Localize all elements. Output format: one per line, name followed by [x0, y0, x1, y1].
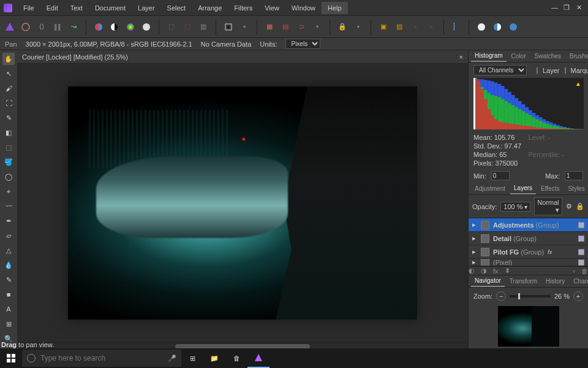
layer-row[interactable]: ▸Adjustments (Group) [469, 218, 588, 232]
hue-tool[interactable]: ◯ [2, 171, 15, 183]
arrange-back-icon[interactable]: ▣ [377, 21, 390, 33]
visibility-checkbox[interactable] [578, 236, 584, 242]
merge-icon[interactable]: ⬍ [505, 267, 510, 275]
export-icon[interactable]: ↝ [67, 21, 80, 33]
document-tab[interactable]: Courier [Locked] [Modified] (25.5%) [22, 53, 128, 61]
min-input[interactable] [491, 171, 510, 180]
tone-icon[interactable]: ‖‖ [51, 21, 64, 33]
ink-tool[interactable]: ✒ [2, 215, 15, 227]
selection-icon[interactable]: ⬚ [165, 21, 178, 33]
move-up-icon[interactable]: ▫ [409, 21, 421, 33]
arrange-fwd-icon[interactable]: ▨ [393, 21, 405, 33]
menu-select[interactable]: Select [161, 2, 192, 14]
expand-icon[interactable]: ▸ [472, 248, 477, 256]
guides-icon[interactable]: ▤ [279, 21, 292, 33]
opacity-select[interactable]: 100 % ▾ [500, 202, 530, 212]
blur-tool[interactable]: 💧 [2, 259, 15, 271]
affinity-taskbar-icon[interactable] [247, 348, 270, 368]
tab-adjustment[interactable]: Adjustment [471, 183, 509, 194]
marquee-checkbox[interactable] [565, 67, 566, 74]
minimize-button[interactable]: — [551, 4, 557, 12]
marquee-tool[interactable]: ⬚ [2, 141, 15, 153]
quick-mask-icon[interactable]: ▥ [197, 21, 209, 33]
close-tab-icon[interactable]: × [459, 53, 463, 61]
move-down-icon[interactable]: ▫ [425, 21, 437, 33]
zoom-out-button[interactable]: − [496, 291, 506, 301]
tab-layers[interactable]: Layers [510, 183, 536, 194]
fx-icon[interactable] [507, 21, 519, 33]
crop-tool-icon[interactable] [222, 21, 235, 33]
dropdown-icon[interactable]: ▾ [352, 21, 364, 33]
menu-view[interactable]: View [258, 2, 285, 14]
snap-icon[interactable]: ⊃ [295, 21, 307, 33]
paint-tool[interactable]: 〰 [2, 200, 15, 212]
tab-histogram[interactable]: Histogram [471, 50, 507, 62]
menu-edit[interactable]: Edit [40, 2, 64, 14]
hue-icon[interactable] [124, 21, 137, 33]
tab-brushes[interactable]: Brushes [566, 51, 588, 61]
mask-icon[interactable] [475, 21, 488, 33]
menu-help[interactable]: Help [322, 2, 348, 14]
blend-select[interactable]: Normal ▾ [534, 197, 562, 215]
maximize-button[interactable]: ❐ [564, 4, 570, 12]
fill-tool[interactable]: 🪣 [2, 156, 15, 168]
contrast-icon[interactable] [108, 21, 121, 33]
swatch-icon[interactable] [92, 21, 105, 33]
start-button[interactable] [0, 348, 22, 368]
menu-file[interactable]: File [17, 2, 40, 14]
shape-tool[interactable]: △ [2, 244, 15, 256]
layer-row[interactable]: ▸Detail (Group) [469, 232, 588, 245]
persona-icon[interactable] [4, 21, 16, 33]
visibility-checkbox[interactable] [578, 259, 584, 266]
mask-layer-icon[interactable]: ◐ [469, 267, 475, 275]
fx-layer-icon[interactable]: fx [493, 267, 499, 275]
menu-filters[interactable]: Filters [228, 2, 258, 14]
align-left-icon[interactable]: ▏ [450, 21, 462, 33]
tab-navigator[interactable]: Navigator [471, 275, 505, 287]
rect-tool[interactable]: ■ [2, 288, 15, 301]
soft-icon[interactable] [140, 21, 153, 33]
tab-swatches[interactable]: Swatches [530, 51, 564, 61]
grad-tool[interactable]: ◧ [2, 126, 15, 139]
dropdown-icon[interactable]: ▾ [238, 21, 251, 33]
menu-text[interactable]: Text [64, 2, 89, 14]
units-select[interactable]: Pixels [285, 39, 320, 49]
mesh-tool[interactable]: ⊞ [2, 318, 15, 330]
lock-layer-icon[interactable]: 🔒 [576, 202, 584, 210]
channel-select[interactable]: All Channels [473, 65, 527, 75]
tab-transform[interactable]: Transform [506, 276, 541, 286]
visibility-checkbox[interactable] [578, 222, 584, 228]
expand-icon[interactable]: ▸ [472, 221, 477, 229]
layer-checkbox[interactable] [537, 67, 538, 74]
taskbar-search[interactable]: 🎤 [22, 350, 181, 367]
mic-icon[interactable]: 🎤 [168, 355, 176, 362]
tab-history[interactable]: History [542, 276, 568, 286]
adjust-layer-icon[interactable]: ◑ [481, 267, 487, 275]
delete-layer-icon[interactable]: 🗑 [581, 267, 588, 275]
tab-styles[interactable]: Styles [564, 183, 588, 194]
task-view-icon[interactable]: ⊞ [181, 348, 203, 368]
arrow-tool[interactable]: ↖ [2, 67, 15, 80]
tab-channels[interactable]: Channels [570, 276, 588, 286]
max-input[interactable] [565, 171, 583, 180]
hand-tool[interactable]: ✋ [2, 53, 15, 65]
expand-icon[interactable]: ▸ [472, 234, 477, 242]
zoom-in-button[interactable]: + [573, 291, 583, 301]
selection-red-icon[interactable]: ⬚ [181, 21, 194, 33]
brush-tool[interactable]: 🖌 [2, 82, 15, 94]
expand-icon[interactable]: ▸ [472, 259, 477, 266]
recycle-icon[interactable]: 🗑 [225, 348, 247, 368]
menu-arrange[interactable]: Arrange [192, 2, 228, 14]
crop-tool[interactable]: ⛶ [2, 97, 15, 109]
menu-layer[interactable]: Layer [132, 2, 161, 14]
tab-color[interactable]: Color [508, 51, 530, 61]
stamp-tool[interactable]: ⌖ [2, 185, 15, 197]
explorer-icon[interactable]: 📁 [203, 348, 225, 368]
zoom-slider[interactable] [510, 295, 551, 297]
grid-icon[interactable]: ▦ [263, 21, 276, 33]
close-button[interactable]: ✕ [576, 4, 582, 12]
heal-tool[interactable]: ✎ [2, 112, 15, 124]
navigator-thumbnail[interactable] [498, 306, 559, 347]
search-input[interactable] [40, 354, 163, 362]
canvas-viewport[interactable] [17, 64, 468, 342]
